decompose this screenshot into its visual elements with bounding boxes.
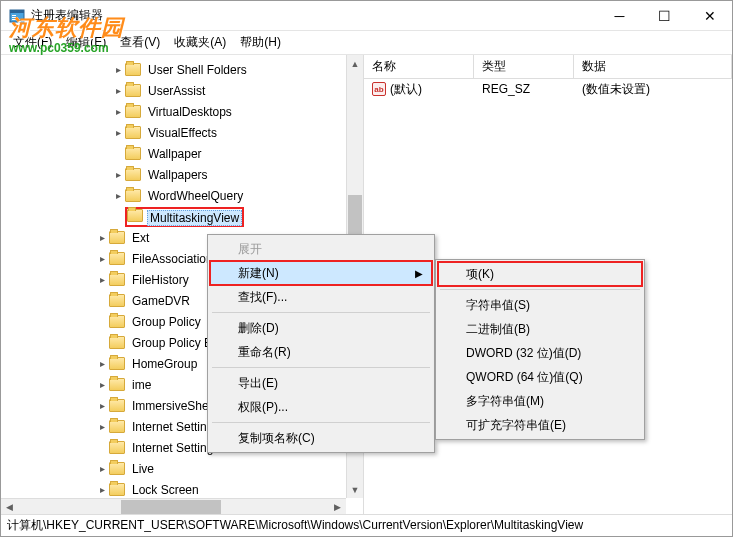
menu-item[interactable]: 项(K) (438, 262, 642, 286)
folder-icon (125, 126, 141, 139)
value-row[interactable]: ab(默认)REG_SZ(数值未设置) (364, 79, 732, 99)
window-title: 注册表编辑器 (31, 7, 597, 24)
column-type[interactable]: 类型 (474, 55, 574, 78)
menu-edit[interactable]: 编辑(E) (60, 32, 112, 53)
tree-item[interactable]: ▸Wallpapers (1, 164, 363, 185)
menu-view[interactable]: 查看(V) (114, 32, 166, 53)
menu-item: 展开 (210, 237, 432, 261)
folder-icon (109, 273, 125, 286)
scroll-down-icon[interactable]: ▼ (347, 481, 363, 498)
expander-icon[interactable]: ▸ (95, 379, 109, 390)
menu-item[interactable]: 复制项名称(C) (210, 426, 432, 450)
expander-icon[interactable]: ▸ (111, 190, 125, 201)
tree-item-label: Lock Screen (129, 482, 202, 498)
expander-icon[interactable]: ▸ (111, 169, 125, 180)
scroll-up-icon[interactable]: ▲ (347, 55, 363, 72)
expander-icon[interactable]: ▸ (95, 358, 109, 369)
folder-icon (109, 315, 125, 328)
scroll-thumb-h[interactable] (121, 500, 221, 514)
string-value-icon: ab (372, 82, 386, 96)
tree-item[interactable]: ▸User Shell Folders (1, 59, 363, 80)
expander-icon[interactable]: ▸ (95, 253, 109, 264)
expander-icon[interactable]: ▸ (95, 421, 109, 432)
expander-icon[interactable]: ▸ (95, 232, 109, 243)
menu-separator (212, 422, 430, 423)
tree-item-label: Wallpaper (145, 146, 205, 162)
scroll-right-icon[interactable]: ▶ (329, 499, 346, 515)
menu-item[interactable]: 权限(P)... (210, 395, 432, 419)
context-menu-key: 展开新建(N)▶查找(F)...删除(D)重命名(R)导出(E)权限(P)...… (207, 234, 435, 453)
folder-icon (125, 189, 141, 202)
menu-file[interactable]: 文件(F) (7, 32, 58, 53)
menu-separator (440, 289, 640, 290)
tree-item[interactable]: ▸VirtualDesktops (1, 101, 363, 122)
context-menu-new: 项(K)字符串值(S)二进制值(B)DWORD (32 位)值(D)QWORD … (435, 259, 645, 440)
menu-favorites[interactable]: 收藏夹(A) (168, 32, 232, 53)
menu-item[interactable]: 二进制值(B) (438, 317, 642, 341)
tree-item[interactable]: MultitaskingView (1, 206, 363, 227)
value-type: REG_SZ (474, 82, 574, 96)
folder-icon (109, 399, 125, 412)
expander-icon[interactable]: ▸ (95, 274, 109, 285)
scroll-left-icon[interactable]: ◀ (1, 499, 18, 515)
menu-item[interactable]: 删除(D) (210, 316, 432, 340)
menu-item[interactable]: 重命名(R) (210, 340, 432, 364)
tree-item-label: Wallpapers (145, 167, 211, 183)
folder-icon (109, 378, 125, 391)
menu-help[interactable]: 帮助(H) (234, 32, 287, 53)
folder-icon (109, 231, 125, 244)
expander-icon[interactable]: ▸ (111, 85, 125, 96)
tree-scrollbar-h[interactable]: ◀ ▶ (1, 498, 346, 515)
tree-item[interactable]: ▸Lock Screen (1, 479, 363, 500)
folder-icon (125, 105, 141, 118)
svg-rect-1 (10, 10, 24, 13)
tree-item-label: VirtualDesktops (145, 104, 235, 120)
expander-icon[interactable]: ▸ (95, 463, 109, 474)
folder-icon (109, 336, 125, 349)
menu-separator (212, 367, 430, 368)
tree-item-label: FileHistory (129, 272, 192, 288)
menu-item[interactable]: 查找(F)... (210, 285, 432, 309)
expander-icon[interactable]: ▸ (95, 484, 109, 495)
folder-icon (127, 209, 143, 222)
tree-item[interactable]: ▸VisualEffects (1, 122, 363, 143)
menu-item[interactable]: DWORD (32 位)值(D) (438, 341, 642, 365)
folder-icon (125, 84, 141, 97)
submenu-arrow-icon: ▶ (415, 268, 423, 279)
folder-icon (109, 294, 125, 307)
menu-item[interactable]: 新建(N)▶ (210, 261, 432, 285)
statusbar: 计算机\HKEY_CURRENT_USER\SOFTWARE\Microsoft… (1, 514, 732, 536)
tree-item[interactable]: Wallpaper (1, 143, 363, 164)
status-path: 计算机\HKEY_CURRENT_USER\SOFTWARE\Microsoft… (7, 517, 583, 534)
tree-item-label: Ext (129, 230, 152, 246)
folder-icon (109, 357, 125, 370)
menu-item[interactable]: 可扩充字符串值(E) (438, 413, 642, 437)
menu-item[interactable]: QWORD (64 位)值(Q) (438, 365, 642, 389)
tree-item-label: HomeGroup (129, 356, 200, 372)
tree-item[interactable]: ▸UserAssist (1, 80, 363, 101)
close-button[interactable]: ✕ (687, 1, 732, 30)
tree-item-label: WordWheelQuery (145, 188, 246, 204)
value-name: (默认) (390, 81, 422, 98)
tree-item[interactable]: ▸WordWheelQuery (1, 185, 363, 206)
folder-icon (109, 420, 125, 433)
expander-icon[interactable]: ▸ (95, 400, 109, 411)
menu-item[interactable]: 导出(E) (210, 371, 432, 395)
svg-rect-2 (12, 15, 16, 16)
tree-item-label: Group Policy (129, 314, 204, 330)
folder-icon (125, 147, 141, 160)
minimize-button[interactable]: ─ (597, 1, 642, 30)
tree-item-label: ImmersiveShell (129, 398, 217, 414)
expander-icon[interactable]: ▸ (111, 127, 125, 138)
expander-icon[interactable]: ▸ (111, 64, 125, 75)
menu-item[interactable]: 字符串值(S) (438, 293, 642, 317)
column-name[interactable]: 名称 (364, 55, 474, 78)
expander-icon[interactable]: ▸ (111, 106, 125, 117)
menu-item[interactable]: 多字符串值(M) (438, 389, 642, 413)
maximize-button[interactable]: ☐ (642, 1, 687, 30)
svg-rect-3 (12, 17, 18, 18)
tree-item-label: UserAssist (145, 83, 208, 99)
svg-rect-4 (12, 19, 17, 20)
tree-item[interactable]: ▸Live (1, 458, 363, 479)
column-data[interactable]: 数据 (574, 55, 732, 78)
